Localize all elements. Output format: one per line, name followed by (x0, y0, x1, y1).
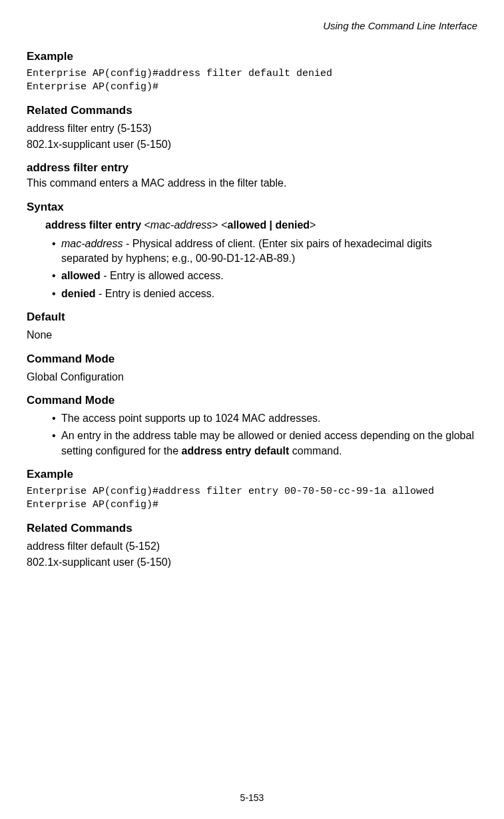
param-desc-allowed: - Entry is allowed access. (101, 270, 224, 281)
code-block-1: Enterprise AP(config)#address filter def… (27, 67, 477, 95)
mode-note-1: The access point supports up to 1024 MAC… (52, 411, 477, 426)
command-mode-heading-1: Command Mode (27, 353, 477, 366)
mode-note-2-bold: address entry default (182, 445, 290, 456)
command-name: address filter entry (27, 161, 477, 175)
example-heading-2: Example (27, 468, 477, 481)
running-head: Using the Command Line Interface (27, 20, 477, 31)
param-denied: denied - Entry is denied access. (52, 287, 477, 301)
command-description: This command enters a MAC address in the… (27, 176, 477, 191)
param-name-mac: mac-address (61, 238, 123, 249)
page-number: 5-153 (0, 792, 504, 803)
related-link-3: address filter default (5-152) (27, 539, 477, 554)
param-mac-address: mac-address - Physical address of client… (52, 237, 477, 267)
syntax-param-list: mac-address - Physical address of client… (52, 237, 477, 302)
param-allowed: allowed - Entry is allowed access. (52, 269, 477, 283)
param-desc-denied: - Entry is denied access. (96, 288, 215, 299)
command-mode-heading-2: Command Mode (27, 394, 477, 407)
mode-note-2: An entry in the address table may be all… (52, 428, 477, 458)
default-heading: Default (27, 311, 477, 324)
related-link-4: 802.1x-supplicant user (5-150) (27, 555, 477, 570)
param-name-allowed: allowed (61, 270, 101, 281)
syntax-heading: Syntax (27, 201, 477, 214)
syntax-bold-1: address filter entry (45, 219, 141, 231)
related-link-2: 802.1x-supplicant user (5-150) (27, 137, 477, 152)
related-commands-heading-2: Related Commands (27, 522, 477, 535)
command-mode-list: The access point supports up to 1024 MAC… (52, 411, 477, 458)
default-value: None (27, 328, 477, 343)
code-block-2: Enterprise AP(config)#address filter ent… (27, 485, 477, 512)
syntax-line: address filter entry <mac-address> <allo… (45, 219, 477, 231)
related-link-1: address filter entry (5-153) (27, 121, 477, 136)
param-name-denied: denied (61, 288, 96, 299)
command-mode-value: Global Configuration (27, 370, 477, 385)
syntax-ital-1: mac-address (150, 219, 212, 231)
related-commands-heading-1: Related Commands (27, 104, 477, 117)
example-heading-1: Example (27, 50, 477, 63)
mode-note-2b: command. (289, 445, 342, 456)
syntax-bold-2: allowed | denied (227, 219, 310, 231)
